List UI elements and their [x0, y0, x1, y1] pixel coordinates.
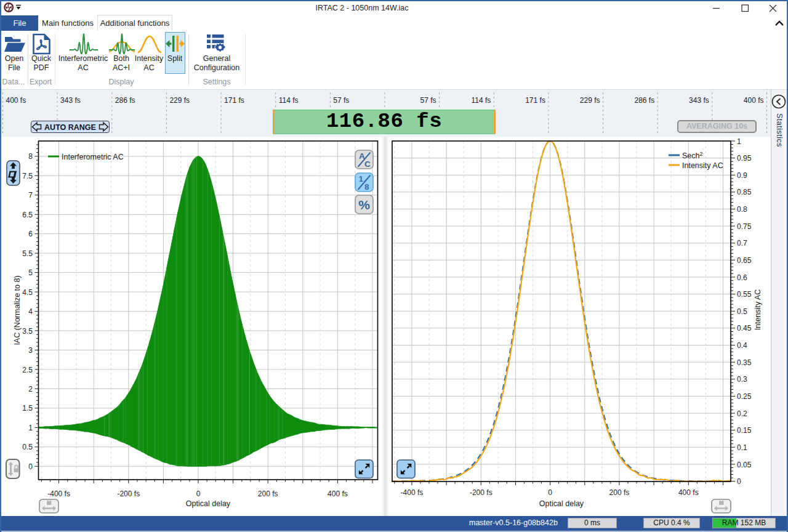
svg-text:1.5: 1.5 — [22, 404, 33, 413]
svg-text:0.55: 0.55 — [737, 290, 752, 299]
svg-text:0: 0 — [737, 477, 741, 486]
svg-text:0.25: 0.25 — [737, 392, 752, 401]
svg-text:0.75: 0.75 — [737, 222, 752, 231]
svg-text:0.4: 0.4 — [737, 341, 747, 350]
svg-text:3.5: 3.5 — [22, 327, 33, 336]
svg-text:0: 0 — [196, 490, 201, 498]
svg-text:400 fs: 400 fs — [6, 96, 26, 105]
svg-text:Interferometric AC: Interferometric AC — [62, 153, 124, 161]
svg-text:1: 1 — [359, 174, 364, 183]
svg-text:0.6: 0.6 — [737, 273, 747, 282]
svg-text:5.5: 5.5 — [22, 249, 33, 258]
svg-text:0.7: 0.7 — [737, 239, 747, 248]
svg-text:-200 fs: -200 fs — [470, 488, 492, 497]
svg-text:%: % — [358, 198, 370, 212]
svg-text:1: 1 — [28, 424, 33, 432]
svg-text:200 fs: 200 fs — [609, 488, 630, 497]
svg-text:-400 fs: -400 fs — [401, 488, 424, 497]
svg-text:171 fs: 171 fs — [525, 96, 545, 105]
svg-text:0.2: 0.2 — [737, 409, 747, 418]
svg-text:Intensity AC: Intensity AC — [682, 161, 723, 170]
svg-text:229 fs: 229 fs — [580, 96, 600, 105]
svg-text:0: 0 — [28, 462, 33, 471]
svg-text:0.5: 0.5 — [22, 443, 33, 451]
svg-text:Intensity AC: Intensity AC — [754, 289, 762, 331]
svg-text:6.5: 6.5 — [22, 211, 33, 219]
svg-text:0.85: 0.85 — [737, 188, 752, 196]
svg-text:114 fs: 114 fs — [279, 96, 299, 105]
svg-text:0.35: 0.35 — [737, 358, 752, 367]
svg-text:0.8: 0.8 — [737, 205, 747, 214]
svg-text:7.5: 7.5 — [22, 172, 33, 180]
svg-text:8: 8 — [28, 152, 33, 161]
svg-text:4.5: 4.5 — [22, 288, 33, 297]
svg-text:171 fs: 171 fs — [224, 96, 244, 105]
svg-text:5: 5 — [28, 268, 33, 277]
svg-text:Optical delay: Optical delay — [186, 499, 231, 508]
svg-text:6: 6 — [28, 230, 33, 238]
svg-text:229 fs: 229 fs — [169, 96, 190, 105]
svg-text:8: 8 — [364, 182, 369, 191]
svg-text:2.5: 2.5 — [22, 366, 33, 374]
svg-text:200 fs: 200 fs — [258, 490, 278, 498]
svg-text:2: 2 — [28, 385, 33, 393]
svg-text:400 fs: 400 fs — [678, 488, 699, 497]
svg-text:Sech2: Sech2 — [682, 151, 703, 160]
svg-text:343 fs: 343 fs — [60, 96, 81, 105]
svg-text:114 fs: 114 fs — [471, 96, 491, 105]
svg-text:286 fs: 286 fs — [115, 96, 135, 105]
svg-text:57 fs: 57 fs — [420, 96, 436, 105]
svg-text:C: C — [364, 159, 371, 169]
svg-text:0.5: 0.5 — [737, 307, 747, 316]
svg-text:0.05: 0.05 — [737, 461, 752, 469]
svg-text:0.95: 0.95 — [737, 154, 752, 163]
svg-text:400 fs: 400 fs — [328, 490, 348, 498]
svg-text:0: 0 — [548, 488, 552, 497]
svg-text:-200 fs: -200 fs — [117, 490, 140, 498]
svg-text:-400 fs: -400 fs — [47, 490, 70, 498]
svg-text:1: 1 — [737, 137, 741, 146]
svg-text:0.1: 0.1 — [737, 443, 747, 452]
svg-text:57 fs: 57 fs — [333, 96, 349, 105]
svg-text:0.45: 0.45 — [737, 324, 752, 332]
svg-text:0.15: 0.15 — [737, 426, 752, 435]
svg-text:7: 7 — [28, 191, 33, 200]
svg-text:0.9: 0.9 — [737, 171, 747, 180]
svg-text:IAC (Normalize to 8): IAC (Normalize to 8) — [13, 275, 22, 345]
svg-text:4: 4 — [28, 307, 33, 316]
svg-text:AUTO RANGE: AUTO RANGE — [44, 123, 96, 132]
svg-text:Optical delay: Optical delay — [539, 499, 584, 508]
svg-text:400 fs: 400 fs — [744, 96, 764, 105]
svg-text:286 fs: 286 fs — [634, 96, 654, 105]
svg-text:3: 3 — [28, 346, 33, 355]
svg-text:343 fs: 343 fs — [689, 96, 709, 105]
svg-text:0.3: 0.3 — [737, 375, 747, 384]
svg-text:0.65: 0.65 — [737, 256, 752, 265]
